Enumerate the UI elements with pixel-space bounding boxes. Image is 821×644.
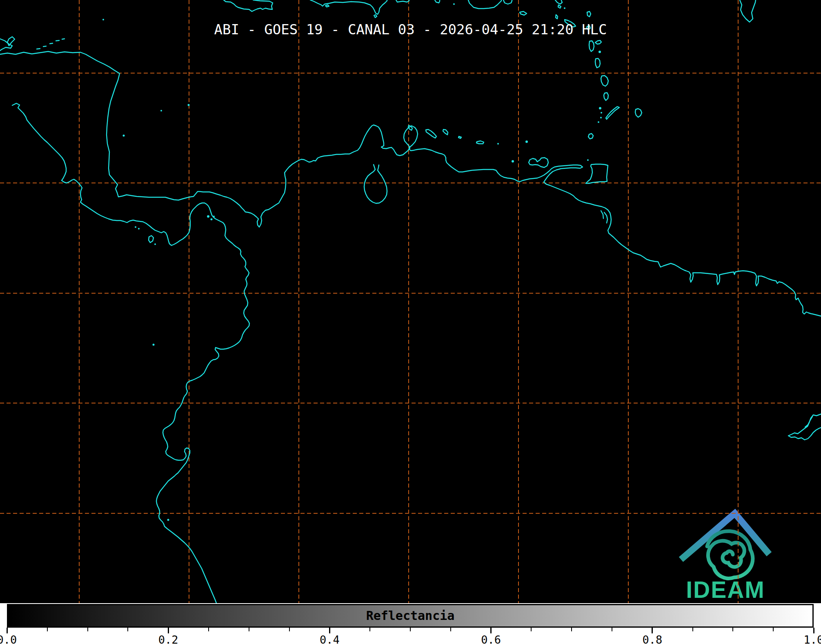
colorbar-tick-label: 0.8 bbox=[642, 633, 662, 644]
colorbar-minor-tick bbox=[571, 628, 572, 631]
colorbar-minor-tick bbox=[208, 628, 209, 631]
satellite-map: IDEAM bbox=[0, 0, 821, 603]
coastline-los-roques bbox=[458, 136, 484, 144]
colorbar-minor-tick bbox=[249, 628, 249, 631]
coastline-st-vincent bbox=[604, 93, 608, 100]
colorbar-tick-label: 0.2 bbox=[158, 633, 178, 644]
colorbar-minor-tick bbox=[47, 628, 48, 631]
small-islands bbox=[102, 3, 602, 521]
logo-spiral-icon bbox=[707, 531, 753, 579]
colorbar-major-tick bbox=[813, 628, 814, 633]
coastline-tobago bbox=[606, 107, 619, 119]
colorbar-minor-tick bbox=[87, 628, 88, 631]
coastline-coiba bbox=[149, 236, 154, 243]
colorbar-major-tick bbox=[490, 628, 492, 633]
colorbar-tick-label: 0.6 bbox=[481, 633, 501, 644]
logo-text: IDEAM bbox=[686, 577, 765, 603]
colorbar-major-tick bbox=[329, 628, 330, 633]
coastline-atlantic-fragment bbox=[740, 0, 756, 22]
ideam-logo: IDEAM bbox=[681, 513, 769, 603]
coastline-hispaniola bbox=[310, 0, 387, 14]
coastline-caribbean-mainland bbox=[0, 51, 821, 316]
coastline-bonaire bbox=[443, 129, 448, 135]
colorbar-minor-tick bbox=[773, 628, 774, 631]
coastline-puerto-rico bbox=[468, 0, 501, 9]
coastlines bbox=[0, 0, 821, 603]
colorbar-tick-label: 0.4 bbox=[320, 633, 340, 644]
coastline-amapa-cape bbox=[788, 414, 821, 440]
coastline-lake-maracaibo bbox=[364, 165, 387, 203]
satellite-image-viewport: IDEAM bbox=[0, 0, 821, 644]
coastline-st-lucia bbox=[601, 76, 608, 86]
graticule-gridlines bbox=[0, 0, 821, 603]
map-title: ABI - GOES 19 - CANAL 03 - 2026-04-25 21… bbox=[214, 21, 607, 38]
coastline-honduras-curl bbox=[7, 37, 15, 46]
coastline-keys bbox=[37, 39, 65, 49]
coastline-mona bbox=[435, 0, 440, 3]
colorbar-minor-tick bbox=[450, 628, 451, 631]
colorbar-tick-label: 0.0 bbox=[0, 633, 17, 644]
map-svg: IDEAM bbox=[0, 0, 821, 603]
coastline-margarita bbox=[529, 158, 548, 167]
coastline-honduras-fragment bbox=[0, 39, 12, 51]
colorbar-label: Reflectancia bbox=[8, 605, 812, 626]
coastline-orinoco-channels bbox=[601, 211, 607, 223]
coastline-saba-bank bbox=[520, 11, 527, 15]
colorbar-major-tick bbox=[652, 628, 653, 633]
coastline-jamaica bbox=[224, 0, 273, 11]
colorbar-minor-tick bbox=[692, 628, 693, 631]
colorbar-minor-tick bbox=[612, 628, 612, 631]
colorbar-major-tick bbox=[7, 628, 8, 633]
coastline-vieques bbox=[503, 0, 512, 4]
coastline-east-hispaniola bbox=[396, 0, 409, 2]
colorbar-minor-tick bbox=[410, 628, 411, 631]
coastline-curacao bbox=[426, 129, 436, 138]
colorbar-tick-label: 1.0 bbox=[804, 633, 821, 644]
coastline-martinique bbox=[595, 58, 600, 68]
colorbar-minor-tick bbox=[369, 628, 370, 631]
coastline-pacific bbox=[12, 103, 249, 603]
coastline-trinidad bbox=[586, 164, 608, 183]
colorbar-gradient: Reflectancia bbox=[7, 604, 814, 628]
colorbar-minor-tick bbox=[531, 628, 532, 631]
coastline-barbados bbox=[635, 109, 642, 117]
colorbar-major-tick bbox=[168, 628, 169, 633]
coastline-dominica bbox=[589, 40, 601, 51]
colorbar-minor-tick bbox=[127, 628, 128, 631]
colorbar-strip: Reflectancia 0.00.20.40.60.81.0 bbox=[0, 603, 821, 644]
coastline-hispaniola-islet bbox=[325, 5, 377, 18]
coastline-grenada bbox=[588, 134, 593, 139]
colorbar-minor-tick bbox=[732, 628, 733, 631]
colorbar-minor-tick bbox=[289, 628, 290, 631]
